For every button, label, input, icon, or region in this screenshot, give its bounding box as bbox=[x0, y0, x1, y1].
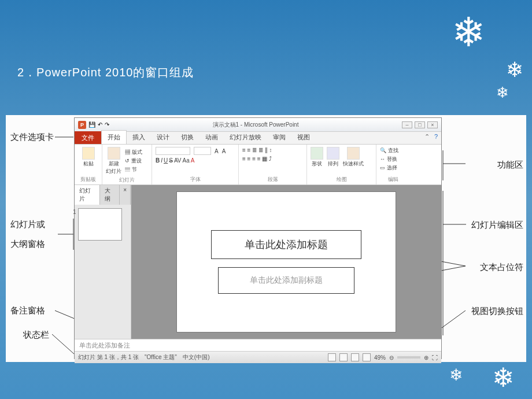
paragraph-group-label: 段落 bbox=[242, 175, 303, 183]
powerpoint-icon: P bbox=[78, 121, 86, 129]
minimize-ribbon-icon[interactable]: ⌃ bbox=[424, 133, 430, 141]
review-tab[interactable]: 审阅 bbox=[267, 131, 291, 144]
zoom-slider[interactable] bbox=[397, 356, 420, 359]
powerpoint-window: P 💾 ↶ ↷ 演示文稿1 - Microsoft PowerPoint – □… bbox=[74, 117, 442, 359]
fit-window-button[interactable]: ⛶ bbox=[432, 354, 438, 361]
zoom-in-button[interactable]: ⊕ bbox=[424, 354, 428, 361]
editing-group-label: 编辑 bbox=[380, 175, 407, 183]
label-slides-pane-2: 大纲窗格 bbox=[10, 239, 45, 250]
view-tab[interactable]: 视图 bbox=[291, 131, 316, 144]
design-tab[interactable]: 设计 bbox=[151, 131, 175, 144]
zoom-level: 49% bbox=[374, 354, 386, 361]
status-theme: "Office 主题" bbox=[145, 353, 177, 361]
ribbon-tabs: 文件 开始 插入 设计 切换 动画 幻灯片放映 审阅 视图 ⌃? bbox=[75, 132, 441, 145]
page-title: 2．PowerPoint 2010的窗口组成 bbox=[17, 65, 194, 80]
insert-tab[interactable]: 插入 bbox=[127, 131, 151, 144]
outline-tab[interactable]: 大纲 bbox=[100, 185, 120, 205]
transition-tab[interactable]: 切换 bbox=[175, 131, 200, 144]
slide-edit-area: 单击此处添加标题 单击此处添加副标题 bbox=[131, 185, 441, 339]
undo-icon[interactable]: ↶ bbox=[98, 121, 102, 128]
label-notes-pane: 备注窗格 bbox=[10, 305, 45, 316]
label-slides-pane-1: 幻灯片或 bbox=[10, 219, 45, 230]
paste-button[interactable]: 粘贴 bbox=[78, 147, 98, 168]
save-icon[interactable]: 💾 bbox=[88, 121, 95, 128]
label-file-option: 文件选项卡 bbox=[10, 132, 54, 143]
label-edit-area: 幻灯片编辑区 bbox=[471, 220, 523, 231]
font-group-label: 字体 bbox=[156, 175, 235, 183]
maximize-button[interactable]: □ bbox=[415, 121, 425, 128]
slide-thumbnail[interactable]: 1 bbox=[78, 208, 122, 241]
file-tab[interactable]: 文件 bbox=[75, 131, 101, 144]
drawing-group-label: 绘图 bbox=[311, 175, 372, 183]
reading-view-button[interactable] bbox=[351, 353, 359, 361]
main-area: 幻灯片 大纲 × 1 单击此处添加标题 单击此处添加副标题 bbox=[75, 185, 441, 339]
redo-icon[interactable]: ↷ bbox=[105, 121, 109, 128]
slideshow-tab[interactable]: 幻灯片放映 bbox=[224, 131, 267, 144]
new-slide-button[interactable]: 新建 幻灯片 bbox=[106, 147, 121, 175]
zoom-out-button[interactable]: ⊖ bbox=[389, 354, 394, 361]
notes-pane[interactable]: 单击此处添加备注 bbox=[75, 339, 441, 352]
section-button[interactable]: ▤ 节 bbox=[125, 166, 142, 173]
slideshow-view-button[interactable] bbox=[363, 353, 371, 361]
slide-canvas[interactable]: 单击此处添加标题 单击此处添加副标题 bbox=[176, 191, 396, 332]
label-view-buttons: 视图切换按钮 bbox=[471, 306, 523, 317]
slides-outline-pane: 幻灯片 大纲 × 1 bbox=[75, 185, 131, 339]
layout-button[interactable]: ▦ 版式 bbox=[125, 149, 142, 156]
animation-tab[interactable]: 动画 bbox=[200, 131, 224, 144]
shapes-button[interactable]: 形状 bbox=[311, 147, 323, 168]
help-icon[interactable]: ? bbox=[434, 133, 438, 141]
slides-tab[interactable]: 幻灯片 bbox=[75, 185, 100, 205]
window-title: 演示文稿1 - Microsoft PowerPoint bbox=[113, 121, 398, 129]
close-button[interactable]: × bbox=[427, 121, 438, 128]
quick-access: P 💾 ↶ ↷ bbox=[75, 121, 113, 129]
label-statusbar: 状态栏 bbox=[23, 330, 49, 341]
label-placeholder: 文本占位符 bbox=[480, 262, 523, 273]
sorter-view-button[interactable] bbox=[339, 353, 348, 361]
ribbon-area: 粘贴 剪贴板 新建 幻灯片 ▦ 版式 ↺ 重设 ▤ 节 幻灯片 AA B I U… bbox=[75, 145, 441, 185]
replace-button[interactable]: ↔ 替换 bbox=[380, 156, 407, 163]
select-button[interactable]: ▭ 选择 bbox=[380, 164, 407, 172]
quickstyle-button[interactable]: 快速样式 bbox=[343, 147, 364, 168]
status-lang: 中文(中国) bbox=[183, 353, 210, 361]
title-placeholder[interactable]: 单击此处添加标题 bbox=[211, 230, 361, 259]
status-bar: 幻灯片 第 1 张，共 1 张 "Office 主题" 中文(中国) 49% ⊖… bbox=[75, 352, 441, 363]
normal-view-button[interactable] bbox=[328, 353, 336, 361]
label-ribbon: 功能区 bbox=[497, 160, 523, 171]
minimize-button[interactable]: – bbox=[402, 121, 412, 128]
clipboard-group-label: 剪贴板 bbox=[78, 175, 98, 183]
find-button[interactable]: 🔍 查找 bbox=[380, 147, 407, 154]
status-slide-info: 幻灯片 第 1 张，共 1 张 bbox=[78, 353, 139, 361]
close-pane-button[interactable]: × bbox=[120, 185, 131, 205]
reset-button[interactable]: ↺ 重设 bbox=[125, 157, 142, 165]
home-tab[interactable]: 开始 bbox=[101, 130, 127, 144]
arrange-button[interactable]: 排列 bbox=[327, 147, 339, 168]
slides-group-label: 幻灯片 bbox=[106, 175, 148, 184]
subtitle-placeholder[interactable]: 单击此处添加副标题 bbox=[218, 267, 354, 294]
title-bar: P 💾 ↶ ↷ 演示文稿1 - Microsoft PowerPoint – □… bbox=[75, 118, 441, 132]
